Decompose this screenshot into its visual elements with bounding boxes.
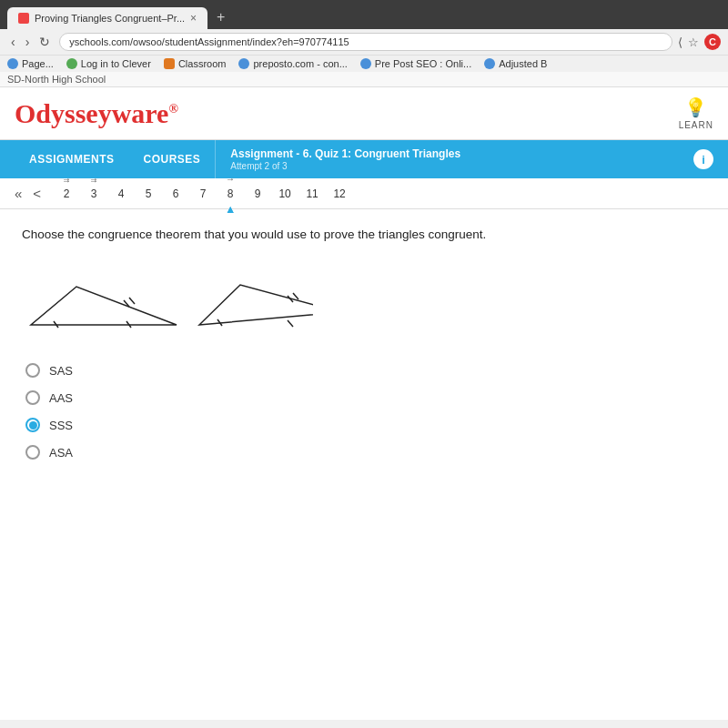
bookmark-clever-icon bbox=[66, 58, 77, 69]
assignment-title: Assignment - 6. Quiz 1: Congruent Triang… bbox=[230, 147, 679, 160]
reload-button[interactable]: ↻ bbox=[35, 33, 54, 51]
browser-nav-buttons: ‹ › ↻ bbox=[7, 33, 54, 51]
answer-choices: SAS AAS SSS ASA bbox=[25, 363, 706, 460]
bookmark-preposto[interactable]: preposto.com - con... bbox=[238, 58, 347, 69]
page-6[interactable]: 6 bbox=[163, 185, 188, 203]
bookmark-preposto-label: preposto.com - con... bbox=[253, 58, 347, 69]
forward-button[interactable]: › bbox=[22, 33, 34, 51]
triangles-diagram bbox=[22, 259, 706, 341]
bookmark-adjusted[interactable]: Adjusted B bbox=[484, 58, 547, 69]
assignment-attempt: Attempt 2 of 3 bbox=[230, 161, 679, 171]
radio-sas[interactable] bbox=[25, 363, 40, 378]
triangles-svg bbox=[22, 259, 313, 341]
bookmark-page[interactable]: Page... bbox=[7, 58, 54, 69]
page-7[interactable]: 7 bbox=[190, 185, 216, 203]
page-10[interactable]: 10 bbox=[272, 185, 298, 203]
page-5[interactable]: 5 bbox=[136, 185, 161, 203]
page-12[interactable]: 12 bbox=[327, 185, 352, 203]
bookmark-classroom[interactable]: Classroom bbox=[164, 58, 227, 69]
answer-aas[interactable]: AAS bbox=[25, 390, 706, 405]
app-wrapper: SD-North High School Odysseyware® 💡 LEAR… bbox=[0, 72, 728, 720]
bookmark-classroom-label: Classroom bbox=[178, 58, 227, 69]
info-button[interactable]: i bbox=[693, 149, 713, 169]
active-tab[interactable]: Proving Triangles Congruent–Pr... × bbox=[7, 7, 207, 29]
pagination-numbers: → 2 → 3 4 5 6 7 → 8 ▲ 9 10 11 12 bbox=[54, 185, 717, 203]
page-8[interactable]: → 8 ▲ bbox=[217, 185, 243, 203]
question-area: Choose the congruence theorem that you w… bbox=[0, 209, 728, 478]
address-field[interactable]: yschools.com/owsoo/studentAssignment/ind… bbox=[59, 33, 672, 51]
bookmark-adjusted-icon bbox=[484, 58, 495, 69]
bookmark-seo-icon bbox=[360, 58, 371, 69]
nav-bar: ASSIGNMENTS COURSES Assignment - 6. Quiz… bbox=[0, 140, 728, 178]
page-2[interactable]: → 2 bbox=[54, 185, 79, 203]
bookmark-preposto-icon bbox=[238, 58, 249, 69]
address-bar-row: ‹ › ↻ yschools.com/owsoo/studentAssignme… bbox=[0, 29, 728, 55]
label-sss: SSS bbox=[49, 419, 73, 432]
bookmark-icon[interactable]: ☆ bbox=[688, 35, 699, 49]
svg-marker-0 bbox=[31, 287, 177, 325]
label-sas: SAS bbox=[49, 364, 73, 378]
bookmark-page-label: Page... bbox=[22, 58, 54, 69]
learn-label: LEARN bbox=[679, 120, 713, 130]
radio-sss[interactable] bbox=[25, 418, 40, 432]
tab-favicon bbox=[18, 13, 29, 24]
svg-line-7 bbox=[288, 320, 293, 327]
tab-title: Proving Triangles Congruent–Pr... bbox=[35, 13, 185, 24]
browser-chrome: Proving Triangles Congruent–Pr... × + bbox=[0, 0, 728, 29]
courses-nav[interactable]: COURSES bbox=[129, 142, 216, 177]
tab-bar: Proving Triangles Congruent–Pr... × + bbox=[7, 5, 721, 29]
answer-sas[interactable]: SAS bbox=[25, 363, 706, 378]
bookmark-clever-label: Log in to Clever bbox=[81, 58, 151, 69]
question-text: Choose the congruence theorem that you w… bbox=[22, 228, 706, 241]
page-11[interactable]: 11 bbox=[299, 185, 325, 203]
logo-text: Odysseyware bbox=[15, 98, 168, 128]
svg-line-9 bbox=[293, 293, 298, 299]
bookmark-clever[interactable]: Log in to Clever bbox=[66, 58, 151, 69]
radio-asa[interactable] bbox=[25, 445, 40, 460]
bookmark-prepost-seo[interactable]: Pre Post SEO : Onli... bbox=[360, 58, 471, 69]
school-name: SD-North High School bbox=[7, 74, 106, 85]
address-text: yschools.com/owsoo/studentAssignment/ind… bbox=[69, 36, 349, 47]
odysseyware-logo: Odysseyware® bbox=[15, 98, 178, 129]
svg-marker-5 bbox=[199, 285, 313, 325]
pagination-bar: « < → 2 → 3 4 5 6 7 → 8 ▲ 9 1 bbox=[0, 178, 728, 209]
answer-asa[interactable]: ASA bbox=[25, 445, 706, 460]
odysseyware-header: Odysseyware® 💡 LEARN bbox=[0, 87, 728, 140]
extension-icon[interactable]: C bbox=[704, 34, 721, 50]
svg-line-4 bbox=[129, 298, 135, 304]
browser-icons: ⟨ ☆ C bbox=[678, 34, 721, 50]
school-label: SD-North High School bbox=[0, 72, 728, 87]
pagination-back[interactable]: < bbox=[29, 184, 45, 203]
tab-close-button[interactable]: × bbox=[190, 12, 197, 25]
pagination-double-back[interactable]: « bbox=[11, 184, 25, 203]
assignments-nav[interactable]: ASSIGNMENTS bbox=[15, 142, 129, 177]
answer-sss[interactable]: SSS bbox=[25, 418, 706, 432]
bookmark-classroom-icon bbox=[164, 58, 175, 69]
bookmark-seo-label: Pre Post SEO : Onli... bbox=[375, 58, 471, 69]
learn-icon: 💡 bbox=[684, 96, 707, 118]
bookmark-adjusted-label: Adjusted B bbox=[499, 58, 547, 69]
label-asa: ASA bbox=[49, 446, 73, 460]
page-3[interactable]: → 3 bbox=[81, 185, 106, 203]
assignment-info: Assignment - 6. Quiz 1: Congruent Triang… bbox=[215, 140, 693, 178]
logo-reg: ® bbox=[168, 102, 177, 116]
back-button[interactable]: ‹ bbox=[7, 33, 19, 51]
page-9[interactable]: 9 bbox=[245, 185, 270, 203]
bookmarks-bar: Page... Log in to Clever Classroom prepo… bbox=[0, 55, 728, 72]
share-icon[interactable]: ⟨ bbox=[678, 35, 682, 49]
radio-aas[interactable] bbox=[25, 390, 40, 405]
radio-sss-fill bbox=[29, 421, 37, 430]
page-4[interactable]: 4 bbox=[108, 185, 134, 203]
pagination-nav: « < bbox=[11, 184, 45, 203]
new-tab-button[interactable]: + bbox=[209, 5, 232, 29]
label-aas: AAS bbox=[49, 391, 73, 405]
learn-button[interactable]: 💡 LEARN bbox=[679, 96, 713, 130]
bookmark-page-icon bbox=[7, 58, 18, 69]
